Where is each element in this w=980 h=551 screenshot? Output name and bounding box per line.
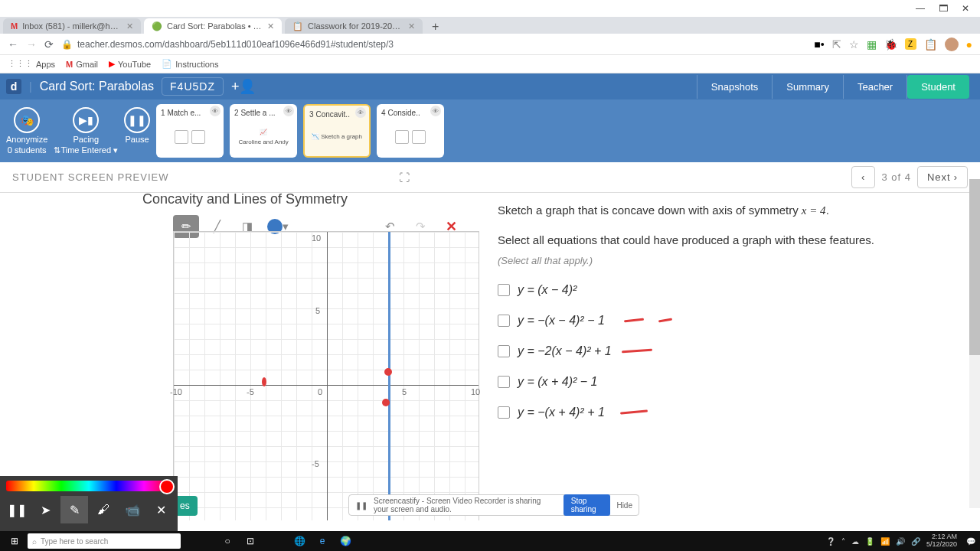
axis-label: -5 — [247, 387, 254, 396]
tab-classroom[interactable]: 📋 Classwork for 2019-2020 ALGEB ✕ — [285, 18, 423, 34]
snapshots-button[interactable]: Snapshots — [697, 75, 772, 99]
checkbox[interactable] — [498, 315, 510, 327]
summary-button[interactable]: Summary — [772, 75, 843, 99]
pacing-button[interactable]: ▶▮ — [73, 107, 99, 133]
option-4[interactable]: y = (x + 4)² − 1 — [498, 373, 965, 391]
edge-icon[interactable]: e — [312, 533, 332, 549]
ext-icon[interactable]: ▦ — [867, 38, 877, 51]
apps-icon: ⋮⋮⋮ — [8, 59, 33, 69]
pointer-tool[interactable]: ➤ — [32, 496, 60, 523]
step-2-card[interactable]: 2 Settle a ... 👁 📈Caroline and Andy — [230, 104, 297, 158]
start-button[interactable]: ⊞ — [5, 533, 24, 549]
minimize-button[interactable]: — — [916, 3, 925, 14]
brush-tool[interactable]: 🖌 — [90, 496, 117, 523]
youtube-bookmark[interactable]: ▶YouTube — [109, 59, 151, 69]
app-icon[interactable]: 🌍 — [335, 533, 355, 549]
tab-inbox[interactable]: M Inbox (581) - millerk@hssd.net ✕ — [3, 18, 141, 34]
camera-tool[interactable]: 📹 — [119, 496, 146, 523]
windows-search[interactable]: ⌕Type here to search — [28, 533, 181, 549]
ext-icon-5[interactable]: ● — [966, 38, 972, 51]
ext-icon-2[interactable]: 🐞 — [884, 38, 897, 51]
clock[interactable]: 2:12 AM5/12/2020 — [926, 533, 960, 549]
cloud-icon[interactable]: ☁ — [851, 537, 859, 546]
option-2[interactable]: y = −(x − 4)² − 1 — [498, 311, 965, 330]
gmail-icon: M — [11, 21, 18, 31]
step-3-card[interactable]: 3 Concavit.. 👁 📉Sketch a graph — [303, 104, 371, 158]
link-icon[interactable]: 🔗 — [911, 537, 920, 546]
star-icon[interactable]: ☆ — [849, 38, 859, 51]
cortana-icon[interactable]: ○ — [217, 533, 237, 549]
checkbox[interactable] — [498, 376, 510, 388]
ext-icon-4[interactable]: 📋 — [924, 38, 937, 51]
hide-button[interactable]: Hide — [616, 501, 632, 510]
task-view-icon[interactable]: ⊡ — [240, 533, 260, 549]
step-sub: Caroline and Andy — [238, 139, 288, 145]
pause-recording-button[interactable]: ❚❚ — [3, 496, 31, 523]
student-button[interactable]: Student — [907, 75, 969, 99]
windows-taskbar: ⊞ ⌕Type here to search ○ ⊡ 🌐 e 🌍 ❔ ˄ ☁ 🔋… — [0, 531, 980, 551]
expand-icon[interactable]: ⛶ — [399, 171, 410, 184]
class-code[interactable]: F4U5DZ — [162, 77, 224, 96]
forward-button[interactable]: → — [26, 38, 37, 51]
step-label: Conside.. — [387, 109, 420, 117]
notifications-icon[interactable]: 💬 — [966, 537, 975, 546]
help-icon[interactable]: ❔ — [826, 537, 835, 546]
checkbox[interactable] — [498, 284, 510, 296]
avatar[interactable] — [945, 37, 959, 51]
volume-icon[interactable]: 🔊 — [896, 537, 905, 546]
anonymize-button[interactable]: 🎭 — [14, 107, 40, 133]
option-3[interactable]: y = −2(x − 4)² + 1 — [498, 342, 965, 360]
maximize-button[interactable]: 🗖 — [939, 3, 948, 14]
chevron-up-icon[interactable]: ˄ — [841, 537, 845, 546]
select-hint: (Select all that apply.) — [498, 253, 965, 269]
apps-button[interactable]: ⋮⋮⋮Apps — [8, 59, 55, 69]
desmos-logo[interactable]: d — [6, 79, 21, 94]
close-icon[interactable]: ✕ — [267, 21, 274, 31]
step-1-card[interactable]: 1 Match e... 👁 — [156, 104, 224, 158]
tab-desmos[interactable]: 🟢 Card Sort: Parabolas • Teacher D ✕ — [144, 18, 282, 34]
red-mark — [620, 409, 648, 414]
lock-icon: 🔒 — [61, 39, 73, 50]
reload-button[interactable]: ⟳ — [44, 38, 54, 51]
option-1[interactable]: y = (x − 4)² — [498, 281, 965, 299]
axis-label: -10 — [170, 387, 182, 396]
wifi-icon[interactable]: 📶 — [880, 537, 890, 546]
prev-step-button[interactable]: ‹ — [851, 166, 875, 188]
ext-icon-3[interactable]: Z — [905, 38, 916, 50]
equation: y = (x − 4)² — [518, 281, 577, 299]
add-person-icon[interactable]: +👤 — [231, 78, 256, 95]
color-slider[interactable] — [6, 481, 172, 491]
close-icon[interactable]: ✕ — [408, 21, 415, 31]
teacher-button[interactable]: Teacher — [843, 75, 907, 99]
address-bar[interactable]: 🔒 teacher.desmos.com/dashboard/5eb111d01… — [61, 39, 806, 50]
search-icon: ⌕ — [32, 537, 37, 546]
scrollbar[interactable] — [969, 179, 980, 508]
chrome-icon[interactable]: 🌐 — [289, 533, 309, 549]
axis-label: -5 — [312, 459, 319, 468]
share-icon[interactable]: ⇱ — [832, 38, 841, 51]
next-step-button[interactable]: Next › — [917, 166, 968, 188]
close-toolbar-button[interactable]: ✕ — [147, 496, 175, 523]
checkbox[interactable] — [498, 345, 510, 357]
stop-sharing-button[interactable]: Stop sharing — [564, 494, 611, 516]
step-4-card[interactable]: 4 Conside.. 👁 — [377, 104, 444, 158]
battery-icon[interactable]: 🔋 — [865, 537, 874, 546]
checkbox[interactable] — [498, 406, 510, 419]
sketch-canvas[interactable]: -10 -5 0 5 10 10 5 -5 — [173, 231, 479, 520]
axis-label: 5 — [402, 387, 407, 396]
time-entered-dropdown[interactable]: ⇅Time Entered ▾ — [54, 145, 118, 155]
scrollbar-thumb[interactable] — [969, 179, 980, 355]
video-icon[interactable]: ■• — [814, 38, 824, 51]
pause-button[interactable]: ❚❚ — [124, 107, 150, 133]
close-window-button[interactable]: ✕ — [962, 3, 969, 14]
instructions-bookmark[interactable]: 📄Instructions — [162, 59, 218, 69]
close-icon[interactable]: ✕ — [126, 21, 133, 31]
new-tab-button[interactable]: + — [426, 20, 445, 34]
pen-tool[interactable]: ✎ — [60, 496, 88, 523]
option-5[interactable]: y = −(x + 4)² + 1 — [498, 403, 965, 422]
bm-label: Apps — [36, 60, 55, 69]
red-mark — [382, 399, 390, 406]
gmail-bookmark[interactable]: MGmail — [66, 60, 98, 69]
back-button[interactable]: ← — [8, 38, 18, 51]
equation: y = (x + 4)² − 1 — [518, 373, 597, 391]
